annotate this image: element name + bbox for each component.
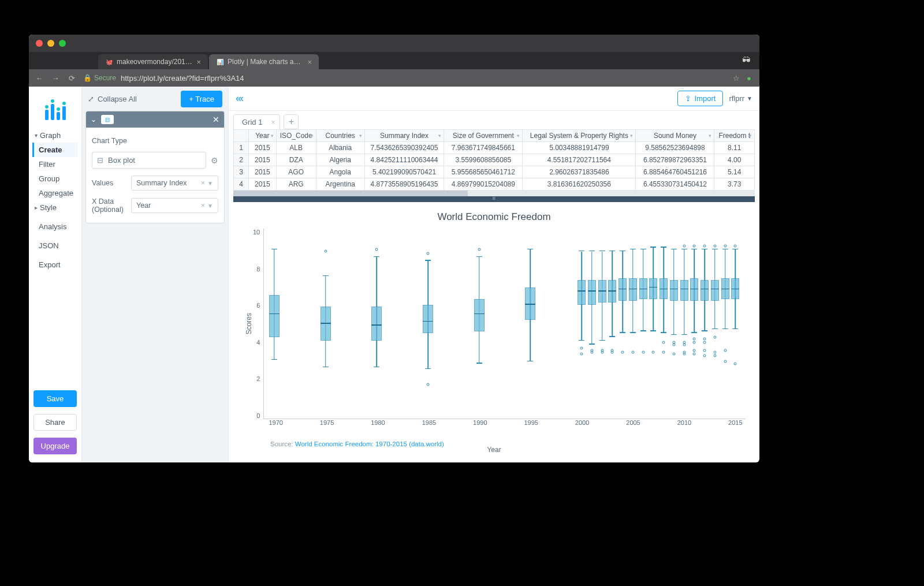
close-icon[interactable]: ✕ (213, 115, 219, 124)
outlier-point[interactable] (611, 350, 614, 353)
outlier-point[interactable] (713, 350, 716, 353)
outlier-point[interactable] (713, 354, 716, 357)
box-plot-year[interactable] (680, 229, 688, 419)
outlier-point[interactable] (703, 349, 706, 352)
outlier-point[interactable] (683, 244, 685, 247)
upgrade-button[interactable]: Upgrade (33, 438, 77, 454)
add-tab-button[interactable]: + (284, 114, 299, 129)
table-row[interactable]: 42015ARGArgentina4.87735589051964354.869… (234, 178, 755, 191)
close-icon[interactable]: × (196, 58, 201, 66)
table-row[interactable]: 12015ALBAlbania7.54362653903924057.96367… (234, 142, 755, 154)
outlier-point[interactable] (724, 360, 726, 363)
outlier-point[interactable] (683, 343, 685, 346)
outlier-point[interactable] (693, 353, 696, 356)
outlier-point[interactable] (703, 341, 706, 344)
nav-item-analysis[interactable]: Analysis (32, 219, 78, 234)
outlier-point[interactable] (703, 354, 706, 357)
box-plot-year[interactable] (721, 229, 729, 419)
gear-icon[interactable]: ⚙ (211, 156, 218, 165)
column-header[interactable]: Freedom t▾ (714, 130, 755, 142)
user-menu[interactable]: rflprr ▼ (729, 94, 752, 103)
close-window-icon[interactable] (36, 40, 43, 47)
sort-icon[interactable]: ▾ (438, 133, 441, 139)
outlier-point[interactable] (662, 350, 665, 353)
nav-item-json[interactable]: JSON (32, 238, 78, 253)
clear-icon[interactable]: × (199, 179, 207, 187)
outlier-point[interactable] (631, 350, 634, 353)
save-button[interactable]: Save (33, 390, 77, 407)
box-plot-year[interactable] (269, 229, 280, 419)
column-header[interactable]: ISO_Code▾ (276, 130, 316, 142)
outlier-point[interactable] (713, 335, 716, 338)
box-plot-year[interactable] (423, 229, 433, 419)
box-plot-year[interactable] (660, 229, 668, 419)
sort-icon[interactable]: ▾ (271, 133, 274, 139)
box-plot-year[interactable] (670, 229, 678, 419)
nav-item-filter[interactable]: Filter (32, 157, 78, 171)
column-header[interactable]: Year▾ (249, 130, 277, 142)
source-link[interactable]: World Economic Freedom: 1970-2015 (data.… (295, 441, 444, 447)
outlier-point[interactable] (734, 244, 737, 247)
collapse-all-button[interactable]: ⤢ Collapse All (88, 95, 176, 103)
outlier-point[interactable] (724, 244, 726, 247)
plot-area[interactable] (263, 229, 746, 419)
splitter-handle[interactable] (233, 196, 755, 202)
extension-icon[interactable]: ● (744, 73, 754, 83)
browser-tab[interactable]: 📊Plotly | Make charts and dashb× (209, 54, 319, 69)
clear-icon[interactable]: × (199, 201, 207, 210)
back-icon[interactable]: ← (35, 73, 44, 83)
nav-item-export[interactable]: Export (32, 257, 78, 272)
box-plot-year[interactable] (731, 229, 739, 419)
outlier-point[interactable] (427, 252, 430, 255)
sort-icon[interactable]: ▾ (359, 133, 362, 139)
box-plot-year[interactable] (701, 229, 709, 419)
box-plot-year[interactable] (608, 229, 616, 419)
outlier-point[interactable] (375, 248, 378, 251)
import-button[interactable]: ⇪ Import (677, 91, 724, 106)
box-plot-year[interactable] (629, 229, 637, 419)
column-header[interactable]: Size of Government▾ (444, 130, 523, 142)
xdata-dropdown[interactable]: Year × ▼ (131, 198, 218, 213)
column-header[interactable]: Legal System & Property Rights▾ (523, 130, 636, 142)
chart[interactable]: World Economic Freedom Scores 1086420 19… (229, 202, 759, 462)
outlier-point[interactable] (672, 353, 675, 356)
box-plot-year[interactable] (619, 229, 627, 419)
box-plot-year[interactable] (649, 229, 657, 419)
box-plot-year[interactable] (598, 229, 606, 419)
box-plot-year[interactable] (321, 229, 331, 419)
table-row[interactable]: 32015AGOAngola5.4021990905704215.9556856… (234, 166, 755, 178)
outlier-point[interactable] (693, 244, 696, 247)
outlier-point[interactable] (642, 350, 644, 353)
outlier-point[interactable] (324, 250, 327, 253)
nav-section-style[interactable]: ▸Style (32, 200, 78, 215)
nav-section-graph[interactable]: ▾Graph (32, 128, 78, 143)
share-button[interactable]: Share (33, 414, 77, 431)
outlier-point[interactable] (580, 347, 583, 350)
nav-item-aggregate[interactable]: Aggregate (32, 186, 78, 200)
outlier-point[interactable] (621, 350, 624, 353)
box-plot-year[interactable] (474, 229, 485, 419)
outlier-point[interactable] (703, 337, 706, 340)
add-trace-button[interactable]: + Trace (181, 91, 222, 107)
forward-icon[interactable]: → (51, 73, 60, 83)
outlier-point[interactable] (672, 343, 675, 346)
sort-icon[interactable]: ▾ (311, 133, 314, 139)
chart-type-select[interactable]: ⊟ Box plot (92, 152, 206, 169)
nav-item-group[interactable]: Group (32, 171, 78, 186)
url-input[interactable]: 🔒Secure https://plot.ly/create/?fid=rflp… (83, 73, 754, 83)
outlier-point[interactable] (683, 353, 685, 356)
zoom-window-icon[interactable] (59, 40, 66, 47)
box-plot-year[interactable] (371, 229, 382, 419)
values-dropdown[interactable]: Summary Index × ▼ (131, 176, 218, 191)
tab-grid[interactable]: Grid 1 × (233, 114, 280, 129)
outlier-point[interactable] (693, 337, 696, 340)
bookmark-star-icon[interactable]: ☆ (733, 74, 740, 83)
outlier-point[interactable] (427, 383, 430, 386)
browser-tab[interactable]: 🐙makeovermonday/2018w9-wo× (98, 54, 208, 69)
box-plot-year[interactable] (711, 229, 719, 419)
outlier-point[interactable] (693, 341, 696, 344)
close-icon[interactable]: × (307, 58, 312, 66)
outlier-point[interactable] (734, 362, 737, 365)
sort-icon[interactable]: ▾ (709, 133, 711, 139)
box-plot-year[interactable] (639, 229, 647, 419)
